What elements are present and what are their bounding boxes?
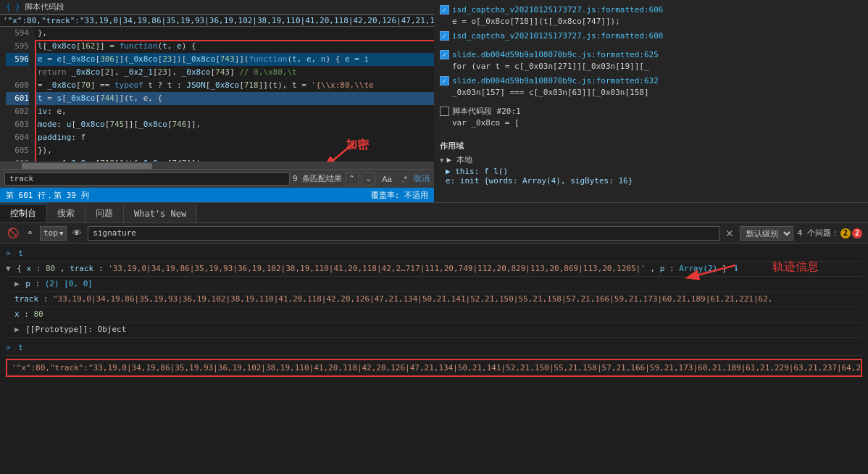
code-line-605: }),: [35, 144, 434, 157]
red-outlined-value: '"x":80,"track":"33,19,0|34,19,86|35,19,…: [6, 359, 862, 377]
bp-checkbox-1[interactable]: ✓: [440, 5, 449, 14]
bp-text-4: slide.db004d59b9a108070b9c.js:formatted:…: [452, 75, 862, 99]
code-line-596: e = e[_0x8co[386]](_0x8co[23])[_0x8co[74…: [35, 53, 434, 66]
bp-checkbox-5[interactable]: [440, 107, 449, 116]
svg-line-1: [688, 265, 735, 278]
line-604: 604: [6, 131, 29, 144]
divider-3: [440, 132, 862, 138]
scope-local-label: ▶ 本地: [443, 154, 472, 165]
search-input[interactable]: [4, 172, 290, 186]
right-panel: ✓ isd_captcha_v20210125173727.js:formatt…: [434, 0, 868, 202]
tabs-row: 控制台 搜索 问题 What's New: [0, 203, 868, 223]
tab-search-label: 搜索: [57, 207, 75, 220]
red-value-text: '"x":80,"track":"33,19,0|34,19,86|35,19,…: [12, 363, 862, 373]
bp-checkbox-2[interactable]: ✓: [440, 31, 449, 41]
tab-search[interactable]: 搜索: [47, 204, 85, 223]
warn-count: 2: [843, 229, 848, 237]
console-prompt: >: [6, 249, 11, 258]
console-input-line[interactable]: > t: [6, 246, 862, 262]
p-expand-icon[interactable]: ▶: [14, 279, 20, 288]
console-search-input[interactable]: [88, 226, 719, 241]
bp-text-5: 脚本代码段 #20:1 var _0x8co = [: [452, 106, 862, 129]
line-594: 594: [6, 27, 29, 40]
tab-issues-label: 问题: [96, 207, 113, 220]
console-obj-line[interactable]: ▼ { x : 80 , track : '33,19,0|34,19,86|3…: [6, 262, 862, 277]
issues-label: 4 个问题：: [798, 228, 839, 238]
bp-item-4: ✓ slide.db004d59b9a108070b9c.js:formatte…: [440, 75, 862, 99]
line-605: 605: [6, 144, 29, 157]
tab-whatsnew-label: What's New: [134, 209, 186, 219]
issues-badge: 4 个问题： 2 2: [798, 228, 862, 238]
bp-text-1: isd_captcha_v20210125173727.js:formatted…: [452, 4, 862, 28]
tab-whatsnew[interactable]: What's New: [124, 204, 197, 223]
t-prompt: >: [6, 343, 11, 352]
regex-btn[interactable]: .*: [398, 173, 411, 185]
search-next-btn[interactable]: ⌄: [362, 172, 375, 186]
context-dropdown-icon: ▼: [59, 230, 63, 237]
bp-item-1: ✓ isd_captcha_v20210125173727.js:formatt…: [440, 4, 862, 28]
case-sensitive-btn[interactable]: Aa: [378, 173, 395, 185]
context-select[interactable]: top ▼: [40, 226, 67, 241]
bp-item-5: 脚本代码段 #20:1 var _0x8co = [: [440, 106, 862, 129]
console-input-value: t: [18, 249, 23, 258]
line-600: 600: [6, 79, 29, 92]
track-label: 轨迹信息: [772, 260, 819, 273]
code-line-602: iv: e,: [35, 105, 434, 118]
console-toolbar: 🚫 ⚬ top ▼ 👁 ✕ 默认级别 4 个问题： 2 2: [0, 223, 868, 244]
editor-tab-header: { } 脚本代码段: [0, 0, 434, 14]
code-line-blank: return _0x8co[2], _0x2_1[23], _0x8co[743…: [35, 66, 434, 79]
status-position: 第 601 行，第 39 列: [6, 190, 89, 201]
filter-btn[interactable]: ⚬: [25, 226, 36, 240]
tab-issues[interactable]: 问题: [85, 204, 124, 223]
console-x-line[interactable]: x : 80: [6, 307, 862, 323]
status-bar: 第 601 行，第 39 列 覆盖率: 不适用: [0, 188, 434, 202]
scope-local-header: ▶ 本地: [440, 153, 862, 167]
code-line-600: = _0x8co[70] == typeof t ? t : JSON[_0x8…: [35, 79, 434, 92]
err-badge: 2: [852, 228, 862, 238]
console-prototype-line[interactable]: ▶ [[Prototype]]: Object: [6, 323, 862, 338]
h-scrollbar[interactable]: [0, 162, 434, 169]
left-editor-panel: { } 脚本代码段 '"x":80,"track":"33,19,0|34,19…: [0, 0, 434, 202]
scope-this: ▶ this: f l(): [440, 167, 862, 176]
console-track-line[interactable]: track : "33,19,0|34,19,86|35,19,93|36,19…: [6, 292, 862, 307]
console-t-input-line[interactable]: > t: [6, 341, 862, 356]
data-content: '"x":80,"track":"33,19,0|34,19,86|35,19,…: [3, 16, 434, 25]
tab-console-label: 控制台: [10, 207, 36, 220]
track-arrow: [674, 262, 746, 283]
code-line-594: },: [35, 27, 434, 40]
bp-checkbox-4[interactable]: ✓: [440, 76, 449, 86]
clear-console-btn[interactable]: 🚫: [6, 226, 20, 240]
line-numbers: 594 595 596 600 601 602 603 604 605 606 …: [0, 27, 35, 162]
status-coverage: 覆盖率: 不适用: [371, 190, 428, 201]
warn-badge: 2: [840, 228, 851, 238]
scope-header: 作用域: [440, 138, 862, 153]
line-603: 603: [6, 118, 29, 131]
data-scroll-line: '"x":80,"track":"33,19,0|34,19,86|35,19,…: [0, 14, 434, 27]
tab-console[interactable]: 控制台: [0, 204, 47, 223]
code-content-area: 594 595 596 600 601 602 603 604 605 606 …: [0, 27, 434, 162]
search-bar: 9 条匹配结果 ⌃ ⌄ Aa .* 取消: [0, 169, 434, 188]
line-596: 596: [6, 53, 29, 66]
eye-btn[interactable]: 👁: [71, 226, 83, 240]
search-cancel-btn[interactable]: 取消: [414, 173, 430, 184]
bp-item-3: ✓ slide.db004d59b9a108070b9c.js:formatte…: [440, 49, 862, 72]
scope-e: e: init {words: Array(4), sigBytes: 16}: [440, 176, 862, 186]
editor-tab-label: 脚本代码段: [25, 1, 64, 12]
script-icon: { }: [6, 2, 20, 12]
h-scroll-thumb[interactable]: [22, 163, 152, 169]
proto-expand-icon[interactable]: ▶: [14, 325, 20, 334]
t-value-label: t: [18, 343, 23, 352]
expand-icon[interactable]: ▼: [6, 264, 11, 273]
err-count: 2: [855, 229, 859, 237]
code-line-603: mode: u[_0x8co[745]][_0x8co[746]],: [35, 118, 434, 131]
editor-area: { } 脚本代码段 '"x":80,"track":"33,19,0|34,19…: [0, 0, 868, 203]
bottom-panel: 控制台 搜索 问题 What's New 🚫 ⚬ top ▼ 👁 ✕ 默认级别 …: [0, 203, 868, 442]
search-prev-btn[interactable]: ⌃: [345, 172, 359, 186]
code-line-595: l[_0x8co[162]] = function(t, e) {: [35, 40, 434, 53]
line-601: 601: [6, 92, 29, 105]
bp-checkbox-3[interactable]: ✓: [440, 50, 449, 59]
search-count: 9 条匹配结果: [293, 173, 342, 184]
bp-item-2: ✓ isd_captcha_v20210125173727.js:formatt…: [440, 30, 862, 42]
console-search-clear-btn[interactable]: ✕: [724, 228, 735, 239]
log-level-select[interactable]: 默认级别: [740, 226, 793, 241]
